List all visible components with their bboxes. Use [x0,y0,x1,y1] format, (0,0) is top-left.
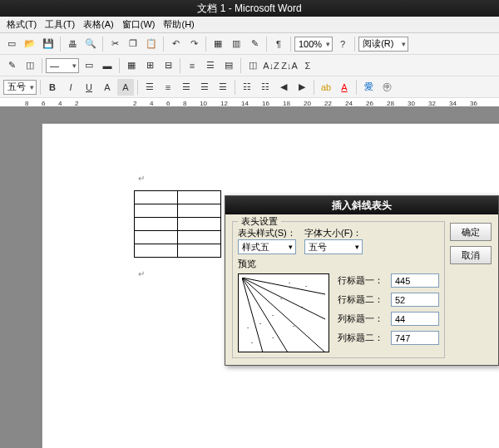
col-title-1-label: 列标题一： [338,313,388,325]
redo-icon[interactable]: ↷ [185,36,202,52]
font-size-combo[interactable]: 五号 [3,80,37,95]
menu-help[interactable]: 帮助(H) [160,17,197,32]
numbered-list-icon[interactable]: ☷ [239,79,255,96]
font-color-icon[interactable]: A [336,79,353,96]
enclose-icon[interactable]: ㊥ [378,79,395,96]
row-title-1-input[interactable]: 445 [391,273,439,288]
menu-tools[interactable]: 工具(T) [42,17,78,32]
header-settings-group: 表头设置 表头样式(S)： 样式五 字体大小(F)： 五号 预览 [232,221,445,358]
align-left-icon[interactable]: ☰ [141,79,158,96]
col-title-2-label: 列标题二： [338,332,388,344]
menu-format[interactable]: 格式(T) [3,17,40,32]
sort-desc-icon[interactable]: Z↓A [281,57,298,74]
dialog-title: 插入斜线表头 [225,196,498,214]
copy-icon[interactable]: ❐ [125,36,141,52]
draw-table-icon[interactable]: ✎ [3,57,20,74]
help-icon[interactable]: ? [334,36,351,52]
cancel-button[interactable]: 取消 [450,246,492,264]
bold-icon[interactable]: B [44,79,61,96]
svg-line-2 [242,278,325,352]
col-title-2-input[interactable]: 747 [391,331,439,345]
char-shading-icon[interactable]: A [117,79,134,96]
sort-asc-icon[interactable]: A↓Z [263,57,279,74]
fontsize-select[interactable]: 五号 [304,239,363,254]
eraser-icon[interactable]: ◫ [22,57,38,74]
new-icon[interactable]: ▭ [3,36,20,52]
align-icon[interactable]: ≡ [184,57,200,74]
underline-icon[interactable]: U [81,79,97,96]
split-cells-icon[interactable]: ⊟ [160,57,176,74]
line-style-combo[interactable]: — [46,58,79,73]
style-label: 表头样式(S)： [238,227,296,239]
document-table[interactable] [134,190,221,258]
fontsize-label: 字体大小(F)： [304,227,363,239]
preview-label: 预览 [238,258,439,270]
menu-bar: 格式(T) 工具(T) 表格(A) 窗口(W) 帮助(H) [0,17,499,33]
show-marks-icon[interactable]: ¶ [270,36,287,52]
row-title-1-label: 行标题一： [338,274,388,287]
paragraph-mark-icon: ↵ [138,269,145,278]
phonetic-icon[interactable]: 愛 [360,79,377,96]
toolbar-formatting: 五号 B I U A A ☰ ≡ ☰ ☰ ☰ ☷ ☷ ◀ ▶ ab A 愛 ㊥ [0,76,499,98]
toolbar-standard: ▭ 📂 💾 🖶 🔍 ✂ ❐ 📋 ↶ ↷ ▦ ▥ ✎ ¶ 100% ? 阅读(R) [0,33,499,55]
decrease-indent-icon[interactable]: ◀ [275,79,292,96]
row-title-2-input[interactable]: 52 [391,293,439,307]
ok-button[interactable]: 确定 [450,223,492,241]
merge-cells-icon[interactable]: ⊞ [141,57,158,74]
italic-icon[interactable]: I [62,79,79,96]
highlight-icon[interactable]: ab [318,79,334,96]
row-title-2-label: 行标题二： [338,293,388,306]
window-title: 文档 1 - Microsoft Word [0,0,499,17]
insert-table-icon[interactable]: ▦ [123,57,140,74]
svg-line-0 [242,278,325,294]
drawing-icon[interactable]: ✎ [246,36,263,52]
align-center-icon[interactable]: ≡ [160,79,176,96]
cut-icon[interactable]: ✂ [106,36,123,52]
save-icon[interactable]: 💾 [40,36,57,52]
paragraph-mark-icon: ↵ [138,174,145,183]
menu-table[interactable]: 表格(A) [80,17,117,32]
undo-icon[interactable]: ↶ [167,36,184,52]
print-icon[interactable]: 🖶 [64,36,81,52]
read-button[interactable]: 阅读(R) [358,37,408,52]
col-title-1-input[interactable]: 44 [391,312,439,326]
preview-box: -- -- -- -- -- [238,273,329,352]
autoformat-icon[interactable]: ◫ [245,57,261,74]
distribute-icon[interactable]: ☰ [215,79,231,96]
increase-indent-icon[interactable]: ▶ [294,79,310,96]
menu-window[interactable]: 窗口(W) [119,17,159,32]
paste-icon[interactable]: 📋 [143,36,160,52]
preview-icon[interactable]: 🔍 [82,36,99,52]
bulleted-list-icon[interactable]: ☷ [257,79,274,96]
autosum-icon[interactable]: Σ [299,57,316,74]
style-select[interactable]: 样式五 [238,239,296,254]
border-color-icon[interactable]: ▭ [81,57,97,74]
open-icon[interactable]: 📂 [22,36,38,52]
groupbox-label: 表头设置 [238,215,281,228]
border-box-icon[interactable]: A [99,79,116,96]
columns-icon[interactable]: ▥ [228,36,245,52]
justify-icon[interactable]: ☰ [196,79,213,96]
zoom-combo[interactable]: 100% [294,37,333,52]
distribute-rows-icon[interactable]: ☰ [202,57,219,74]
align-right-icon[interactable]: ☰ [178,79,195,96]
table-icon[interactable]: ▦ [210,36,226,52]
fill-color-icon[interactable]: ▬ [99,57,116,74]
toolbar-tables: ✎ ◫ — ▭ ▬ ▦ ⊞ ⊟ ≡ ☰ ▤ ◫ A↓Z Z↓A Σ [0,55,499,76]
distribute-cols-icon[interactable]: ▤ [220,57,237,74]
insert-diagonal-header-dialog: 插入斜线表头 表头设置 表头样式(S)： 样式五 字体大小(F)： 五号 预览 [225,195,499,366]
